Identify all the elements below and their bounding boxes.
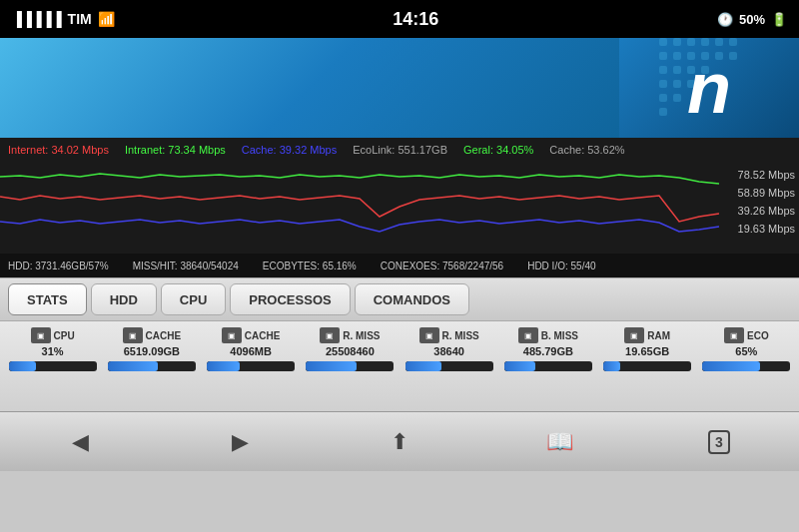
svg-rect-5 bbox=[729, 38, 737, 46]
stat-value-5: 485.79GB bbox=[523, 345, 573, 357]
tab-processos[interactable]: PROCESSOS bbox=[230, 283, 350, 315]
miss-hit-stat: MISS/HIT: 38640/54024 bbox=[133, 261, 239, 271]
svg-rect-0 bbox=[659, 38, 667, 46]
chip-icon-4: ▣ bbox=[419, 327, 439, 343]
stat-bar-fill-7 bbox=[702, 361, 759, 371]
svg-rect-20 bbox=[673, 94, 681, 102]
svg-rect-7 bbox=[673, 52, 681, 60]
geral-label: Geral: 34.05% bbox=[463, 144, 533, 156]
chart-svg bbox=[0, 162, 719, 252]
stat-value-2: 4096MB bbox=[230, 345, 272, 357]
stat-bar-fill-4 bbox=[405, 361, 441, 371]
svg-rect-3 bbox=[701, 38, 709, 46]
svg-rect-13 bbox=[673, 66, 681, 74]
svg-rect-21 bbox=[659, 108, 667, 116]
svg-rect-19 bbox=[659, 94, 667, 102]
forward-button[interactable]: ▶ bbox=[210, 420, 270, 464]
wifi-icon: 📶 bbox=[98, 11, 115, 27]
stat-item-3: ▣R. MISS25508460 bbox=[302, 327, 399, 371]
svg-rect-12 bbox=[659, 66, 667, 74]
chart-area: Internet: 34.02 Mbps Intranet: 73.34 Mbp… bbox=[0, 138, 799, 277]
stat-bar-bg-5 bbox=[504, 361, 592, 371]
stat-value-1: 6519.09GB bbox=[124, 345, 180, 357]
status-time: 14:16 bbox=[393, 9, 438, 30]
logo-area: n bbox=[619, 38, 799, 138]
status-right: 🕐 50% 🔋 bbox=[717, 12, 787, 27]
stat-item-2: ▣CACHE4096MB bbox=[203, 327, 300, 371]
tab-hdd[interactable]: HDD bbox=[91, 283, 157, 315]
stat-value-4: 38640 bbox=[433, 345, 464, 357]
value-2: 58.89 Mbps bbox=[738, 184, 795, 202]
stat-label-2: CACHE bbox=[245, 330, 281, 341]
ecobytes-stat: ECOBYTES: 65.16% bbox=[263, 261, 357, 271]
svg-rect-6 bbox=[659, 52, 667, 60]
ecolink-label: EcoLink: 551.17GB bbox=[353, 144, 447, 156]
chart-labels: Internet: 34.02 Mbps Intranet: 73.34 Mbp… bbox=[8, 144, 625, 156]
chip-icon-6: ▣ bbox=[624, 327, 644, 343]
hdd-io-stat: HDD I/O: 55/40 bbox=[527, 261, 595, 271]
brand-letter: n bbox=[687, 47, 731, 129]
bookmarks-button[interactable]: 📖 bbox=[529, 420, 589, 464]
stat-icon-row-7: ▣ECO bbox=[724, 327, 769, 343]
stat-value-6: 19.65GB bbox=[625, 345, 669, 357]
stat-bar-fill-1 bbox=[108, 361, 158, 371]
stat-bar-fill-3 bbox=[306, 361, 357, 371]
tab-cpu[interactable]: CPU bbox=[161, 283, 226, 315]
stat-item-0: ▣CPU31% bbox=[4, 327, 101, 371]
stat-item-6: ▣RAM19.65GB bbox=[599, 327, 696, 371]
stat-icon-row-2: ▣CACHE bbox=[222, 327, 281, 343]
stat-icon-row-5: ▣B. MISS bbox=[518, 327, 578, 343]
stat-bar-bg-2 bbox=[207, 361, 295, 371]
stat-icon-row-6: ▣RAM bbox=[624, 327, 670, 343]
stat-label-6: RAM bbox=[647, 330, 670, 341]
chip-icon-5: ▣ bbox=[518, 327, 538, 343]
hdd-stat: HDD: 3731.46GB/57% bbox=[8, 261, 109, 271]
stat-bar-fill-0 bbox=[9, 361, 36, 371]
stat-label-5: B. MISS bbox=[541, 330, 578, 341]
stat-icon-row-1: ▣CACHE bbox=[123, 327, 182, 343]
tab-comandos[interactable]: COMANDOS bbox=[355, 283, 469, 315]
stat-icon-row-3: ▣R. MISS bbox=[320, 327, 380, 343]
stat-icon-row-0: ▣CPU bbox=[31, 327, 75, 343]
stat-bar-fill-2 bbox=[207, 361, 240, 371]
stat-value-7: 65% bbox=[735, 345, 757, 357]
stat-bar-fill-6 bbox=[603, 361, 620, 371]
svg-rect-2 bbox=[687, 38, 695, 46]
battery-icon: 🔋 bbox=[771, 12, 787, 27]
chart-right-values: 78.52 Mbps 58.89 Mbps 39.26 Mbps 19.63 M… bbox=[738, 166, 795, 238]
share-button[interactable]: ⬆ bbox=[370, 420, 429, 464]
svg-rect-16 bbox=[659, 80, 667, 88]
conexoes-stat: CONEXOES: 7568/2247/56 bbox=[381, 261, 503, 271]
svg-rect-1 bbox=[673, 38, 681, 46]
battery-label: 50% bbox=[739, 12, 765, 27]
stat-item-4: ▣R. MISS38640 bbox=[400, 327, 497, 371]
cache-label: Cache: 39.32 Mbps bbox=[242, 144, 337, 156]
status-left: ▐▐▐▐▐ TIM 📶 bbox=[12, 11, 115, 27]
tabs-area: STATS HDD CPU PROCESSOS COMANDOS bbox=[0, 277, 799, 321]
stat-icon-row-4: ▣R. MISS bbox=[419, 327, 479, 343]
svg-rect-4 bbox=[715, 38, 723, 46]
stat-bar-fill-5 bbox=[504, 361, 535, 371]
carrier-label: TIM bbox=[68, 11, 92, 27]
chip-icon-3: ▣ bbox=[320, 327, 340, 343]
stat-bar-bg-7 bbox=[702, 361, 790, 371]
stat-label-1: CACHE bbox=[146, 330, 182, 341]
stat-bar-bg-6 bbox=[603, 361, 691, 371]
internet-label: Internet: 34.02 Mbps bbox=[8, 144, 109, 156]
stat-bar-bg-0 bbox=[9, 361, 97, 371]
status-bar: ▐▐▐▐▐ TIM 📶 14:16 🕐 50% 🔋 bbox=[0, 0, 799, 38]
chip-icon-1: ▣ bbox=[123, 327, 143, 343]
tabs-button[interactable]: 3 bbox=[689, 420, 749, 464]
stat-label-4: R. MISS bbox=[442, 330, 479, 341]
value-4: 19.63 Mbps bbox=[738, 220, 795, 238]
back-button[interactable]: ◀ bbox=[50, 420, 110, 464]
stat-bar-bg-3 bbox=[306, 361, 394, 371]
stat-bar-bg-1 bbox=[108, 361, 196, 371]
stat-bar-bg-4 bbox=[405, 361, 493, 371]
stat-label-0: CPU bbox=[54, 330, 75, 341]
cache2-label: Cache: 53.62% bbox=[549, 144, 624, 156]
svg-rect-17 bbox=[673, 80, 681, 88]
tab-stats[interactable]: STATS bbox=[8, 283, 87, 315]
clock-icon: 🕐 bbox=[717, 12, 733, 27]
intranet-label: Intranet: 73.34 Mbps bbox=[125, 144, 226, 156]
